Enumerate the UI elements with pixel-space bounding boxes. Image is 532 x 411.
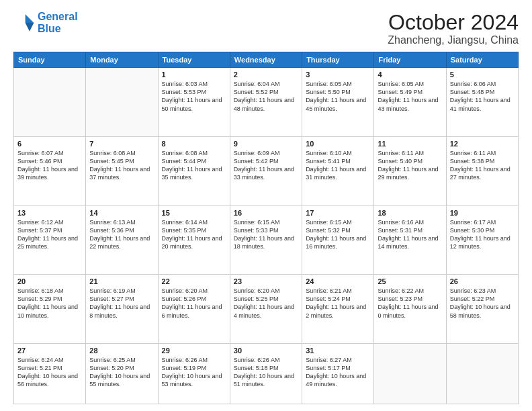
day-info: Sunrise: 6:06 AMSunset: 5:48 PMDaylight:… (450, 80, 515, 113)
table-row: 17Sunrise: 6:15 AMSunset: 5:32 PMDayligh… (302, 205, 374, 275)
day-number: 8 (162, 140, 226, 148)
logo-icon (13, 12, 35, 34)
table-row: 9Sunrise: 6:09 AMSunset: 5:42 PMDaylight… (230, 136, 302, 205)
day-number: 14 (89, 209, 154, 217)
logo: General Blue (13, 11, 78, 34)
table-row: 6Sunrise: 6:07 AMSunset: 5:46 PMDaylight… (14, 136, 86, 205)
table-row: 26Sunrise: 6:23 AMSunset: 5:22 PMDayligh… (446, 275, 518, 344)
table-row: 13Sunrise: 6:12 AMSunset: 5:37 PMDayligh… (14, 205, 86, 275)
table-row: 24Sunrise: 6:21 AMSunset: 5:24 PMDayligh… (302, 275, 374, 344)
day-number: 10 (306, 140, 370, 148)
table-row: 7Sunrise: 6:08 AMSunset: 5:45 PMDaylight… (86, 136, 158, 205)
table-row: 11Sunrise: 6:11 AMSunset: 5:40 PMDayligh… (374, 136, 446, 205)
day-info: Sunrise: 6:07 AMSunset: 5:46 PMDaylight:… (17, 149, 82, 182)
table-row (374, 343, 446, 404)
day-info: Sunrise: 6:17 AMSunset: 5:30 PMDaylight:… (450, 218, 515, 251)
day-info: Sunrise: 6:11 AMSunset: 5:40 PMDaylight:… (378, 149, 442, 182)
day-info: Sunrise: 6:03 AMSunset: 5:53 PMDaylight:… (162, 80, 226, 113)
logo-text: General Blue (38, 11, 78, 34)
day-number: 26 (450, 277, 515, 285)
day-number: 9 (234, 140, 298, 148)
table-row: 28Sunrise: 6:25 AMSunset: 5:20 PMDayligh… (86, 343, 158, 404)
day-number: 11 (378, 140, 442, 148)
day-info: Sunrise: 6:27 AMSunset: 5:17 PMDaylight:… (306, 356, 370, 389)
day-info: Sunrise: 6:15 AMSunset: 5:32 PMDaylight:… (306, 218, 370, 251)
table-row: 1Sunrise: 6:03 AMSunset: 5:53 PMDaylight… (158, 68, 230, 137)
col-friday: Friday (374, 52, 446, 68)
day-info: Sunrise: 6:21 AMSunset: 5:24 PMDaylight:… (306, 287, 370, 320)
day-info: Sunrise: 6:18 AMSunset: 5:29 PMDaylight:… (17, 287, 82, 320)
calendar-header-row: Sunday Monday Tuesday Wednesday Thursday… (14, 52, 519, 68)
day-info: Sunrise: 6:20 AMSunset: 5:26 PMDaylight:… (162, 287, 226, 320)
day-info: Sunrise: 6:22 AMSunset: 5:23 PMDaylight:… (378, 287, 442, 320)
table-row: 31Sunrise: 6:27 AMSunset: 5:17 PMDayligh… (302, 343, 374, 404)
day-number: 6 (17, 140, 82, 148)
day-info: Sunrise: 6:26 AMSunset: 5:19 PMDaylight:… (162, 356, 226, 389)
day-info: Sunrise: 6:05 AMSunset: 5:50 PMDaylight:… (306, 80, 370, 113)
table-row: 25Sunrise: 6:22 AMSunset: 5:23 PMDayligh… (374, 275, 446, 344)
day-info: Sunrise: 6:09 AMSunset: 5:42 PMDaylight:… (234, 149, 298, 182)
day-info: Sunrise: 6:24 AMSunset: 5:21 PMDaylight:… (17, 356, 82, 389)
table-row: 22Sunrise: 6:20 AMSunset: 5:26 PMDayligh… (158, 275, 230, 344)
col-thursday: Thursday (302, 52, 374, 68)
table-row: 27Sunrise: 6:24 AMSunset: 5:21 PMDayligh… (14, 343, 86, 404)
day-number: 16 (234, 209, 298, 217)
day-number: 12 (450, 140, 515, 148)
day-number: 15 (162, 209, 226, 217)
page: General Blue October 2024 Zhancheng, Jia… (0, 0, 532, 411)
table-row: 5Sunrise: 6:06 AMSunset: 5:48 PMDaylight… (446, 68, 518, 137)
day-info: Sunrise: 6:19 AMSunset: 5:27 PMDaylight:… (89, 287, 154, 320)
day-number: 24 (306, 277, 370, 285)
day-info: Sunrise: 6:08 AMSunset: 5:44 PMDaylight:… (162, 149, 226, 182)
col-saturday: Saturday (446, 52, 518, 68)
table-row: 18Sunrise: 6:16 AMSunset: 5:31 PMDayligh… (374, 205, 446, 275)
table-row (86, 68, 158, 137)
day-number: 18 (378, 209, 442, 217)
day-number: 19 (450, 209, 515, 217)
day-number: 2 (234, 71, 298, 79)
day-number: 13 (17, 209, 82, 217)
day-number: 23 (234, 277, 298, 285)
day-info: Sunrise: 6:14 AMSunset: 5:35 PMDaylight:… (162, 218, 226, 251)
table-row: 21Sunrise: 6:19 AMSunset: 5:27 PMDayligh… (86, 275, 158, 344)
day-info: Sunrise: 6:20 AMSunset: 5:25 PMDaylight:… (234, 287, 298, 320)
svg-marker-0 (26, 14, 34, 23)
table-row: 15Sunrise: 6:14 AMSunset: 5:35 PMDayligh… (158, 205, 230, 275)
table-row: 10Sunrise: 6:10 AMSunset: 5:41 PMDayligh… (302, 136, 374, 205)
day-info: Sunrise: 6:04 AMSunset: 5:52 PMDaylight:… (234, 80, 298, 113)
calendar-table: Sunday Monday Tuesday Wednesday Thursday… (13, 52, 519, 404)
title-block: October 2024 Zhancheng, Jiangsu, China (388, 11, 519, 46)
day-number: 21 (89, 277, 154, 285)
day-number: 17 (306, 209, 370, 217)
day-number: 20 (17, 277, 82, 285)
day-number: 30 (234, 347, 298, 355)
table-row: 14Sunrise: 6:13 AMSunset: 5:36 PMDayligh… (86, 205, 158, 275)
day-info: Sunrise: 6:05 AMSunset: 5:49 PMDaylight:… (378, 80, 442, 113)
day-info: Sunrise: 6:13 AMSunset: 5:36 PMDaylight:… (89, 218, 154, 251)
col-monday: Monday (86, 52, 158, 68)
day-info: Sunrise: 6:23 AMSunset: 5:22 PMDaylight:… (450, 287, 515, 320)
table-row: 16Sunrise: 6:15 AMSunset: 5:33 PMDayligh… (230, 205, 302, 275)
table-row: 30Sunrise: 6:26 AMSunset: 5:18 PMDayligh… (230, 343, 302, 404)
col-tuesday: Tuesday (158, 52, 230, 68)
day-info: Sunrise: 6:15 AMSunset: 5:33 PMDaylight:… (234, 218, 298, 251)
table-row: 4Sunrise: 6:05 AMSunset: 5:49 PMDaylight… (374, 68, 446, 137)
day-number: 28 (89, 347, 154, 355)
col-sunday: Sunday (14, 52, 86, 68)
table-row: 29Sunrise: 6:26 AMSunset: 5:19 PMDayligh… (158, 343, 230, 404)
day-number: 27 (17, 347, 82, 355)
day-number: 25 (378, 277, 442, 285)
day-info: Sunrise: 6:10 AMSunset: 5:41 PMDaylight:… (306, 149, 370, 182)
header: General Blue October 2024 Zhancheng, Jia… (13, 11, 519, 46)
day-info: Sunrise: 6:26 AMSunset: 5:18 PMDaylight:… (234, 356, 298, 389)
day-info: Sunrise: 6:25 AMSunset: 5:20 PMDaylight:… (89, 356, 154, 389)
day-number: 22 (162, 277, 226, 285)
day-info: Sunrise: 6:16 AMSunset: 5:31 PMDaylight:… (378, 218, 442, 251)
table-row: 12Sunrise: 6:11 AMSunset: 5:38 PMDayligh… (446, 136, 518, 205)
day-number: 29 (162, 347, 226, 355)
calendar-title: October 2024 (388, 11, 519, 34)
day-info: Sunrise: 6:11 AMSunset: 5:38 PMDaylight:… (450, 149, 515, 182)
table-row: 3Sunrise: 6:05 AMSunset: 5:50 PMDaylight… (302, 68, 374, 137)
day-number: 3 (306, 71, 370, 79)
day-number: 7 (89, 140, 154, 148)
